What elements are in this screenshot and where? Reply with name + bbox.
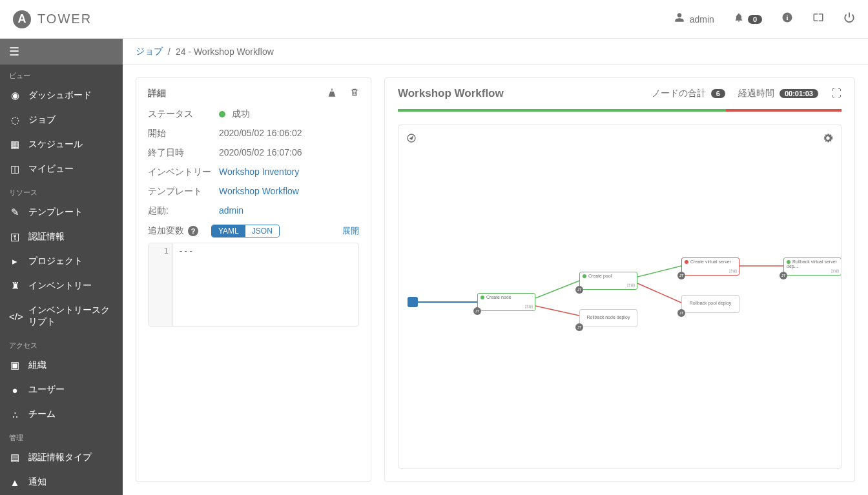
jt-badge: JT xyxy=(677,272,685,279)
admin-heading: 管理 xyxy=(0,427,123,445)
list-icon: ▤ xyxy=(9,452,21,463)
user-icon: ● xyxy=(9,385,21,396)
total-nodes-count: 6 xyxy=(711,89,725,98)
svg-line-7 xyxy=(637,283,681,303)
info-icon[interactable]: i xyxy=(781,12,793,26)
workflow-title: Workshop Workflow xyxy=(398,87,504,100)
svg-text:i: i xyxy=(787,14,789,21)
panel-icon: ◫ xyxy=(9,163,21,175)
workflow-node-create-vs[interactable]: Create virtual server 詳細 xyxy=(681,258,739,276)
svg-line-4 xyxy=(535,281,579,298)
end-value: 2020/05/02 16:07:06 xyxy=(219,147,359,159)
template-label: テンプレート xyxy=(148,186,219,197)
sidebar-item-inventory-scripts[interactable]: </>インベントリースクリプト xyxy=(0,298,123,334)
status-value: 成功 xyxy=(219,108,359,120)
help-icon[interactable]: ? xyxy=(188,226,198,236)
sidebar-item-users[interactable]: ●ユーザー xyxy=(0,378,123,402)
sidebar-item-projects[interactable]: ▸プロジェクト xyxy=(0,249,123,274)
json-toggle[interactable]: JSON xyxy=(245,225,279,237)
sidebar-item-credentials[interactable]: ⚿認証情報 xyxy=(0,225,123,249)
launched-label: 起動: xyxy=(148,205,219,217)
end-label: 終了日時 xyxy=(148,147,219,159)
status-dot-icon xyxy=(219,111,225,117)
workflow-node-rollback-node[interactable]: Rollback node deploy xyxy=(579,309,637,327)
sidebar-item-templates[interactable]: ✎テンプレート xyxy=(0,200,123,225)
inventory-link[interactable]: Workshop Inventory xyxy=(219,167,359,178)
sidebar-item-dashboard[interactable]: ◉ダッシュボード xyxy=(0,83,123,108)
sidebar-item-notifications[interactable]: ▲通知 xyxy=(0,470,123,494)
yaml-toggle[interactable]: YAML xyxy=(212,225,245,237)
breadcrumb-jobs-link[interactable]: ジョブ xyxy=(136,46,163,57)
bell-icon xyxy=(734,12,744,26)
details-panel: 詳細 ステータス 成功 xyxy=(136,77,371,482)
compass-icon[interactable] xyxy=(406,133,417,145)
status-label: ステータス xyxy=(148,108,219,120)
gear-icon[interactable] xyxy=(823,133,833,145)
user-icon xyxy=(674,12,685,26)
view-heading: ビュー xyxy=(0,65,123,83)
svg-line-6 xyxy=(637,266,681,277)
code-editor[interactable]: 1 --- xyxy=(148,243,359,327)
workflow-node-rollback-vs[interactable]: Rollback virtual server dep... 詳細 xyxy=(783,258,842,276)
hamburger-menu[interactable]: ☰ xyxy=(0,39,123,65)
jt-badge: JT xyxy=(575,323,583,331)
sidebar-item-inventories[interactable]: ♜インベントリー xyxy=(0,274,123,298)
brand-logo: A TOWER xyxy=(13,10,92,28)
launched-link[interactable]: admin xyxy=(219,205,359,217)
bell-icon: ▲ xyxy=(9,477,21,488)
docs-icon[interactable] xyxy=(812,12,824,26)
code-content: --- xyxy=(173,243,198,326)
edit-icon: ✎ xyxy=(9,207,21,218)
workflow-start-node[interactable] xyxy=(408,297,418,307)
code-icon: </> xyxy=(9,311,21,322)
sidebar-item-organizations[interactable]: ▣組織 xyxy=(0,353,123,378)
svg-line-5 xyxy=(535,306,579,316)
workflow-node-rollback-pool[interactable]: Rollback pool deploy xyxy=(681,295,739,313)
start-label: 開始 xyxy=(148,128,219,139)
access-heading: アクセス xyxy=(0,334,123,353)
breadcrumb-current: 24 - Workshop Workflow xyxy=(176,46,274,57)
user-menu[interactable]: admin xyxy=(674,12,714,26)
sidebar-item-jobs[interactable]: ◌ジョブ xyxy=(0,108,123,132)
elapsed-label: 経過時間 xyxy=(738,88,774,99)
notifications-button[interactable]: 0 xyxy=(734,12,762,26)
dashboard-icon: ◉ xyxy=(9,90,21,101)
sidebar: ☰ ビュー ◉ダッシュボード ◌ジョブ ▦スケジュール ◫マイビュー リソース … xyxy=(0,39,123,495)
resource-heading: リソース xyxy=(0,181,123,200)
line-number: 1 xyxy=(149,243,173,326)
workflow-panel: Workshop Workflow ノードの合計 6 経過時間 00:01:03… xyxy=(384,77,855,482)
key-icon: ⚿ xyxy=(9,232,21,243)
fullscreen-icon[interactable]: ⛶ xyxy=(831,88,842,99)
elapsed-value: 00:01:03 xyxy=(780,89,818,98)
jt-badge: JT xyxy=(473,307,481,315)
calendar-icon: ▦ xyxy=(9,139,21,150)
logout-icon[interactable] xyxy=(843,12,855,26)
sidebar-item-teams[interactable]: ⛬チーム xyxy=(0,402,123,427)
users-icon: ⛬ xyxy=(9,409,21,420)
folder-icon: ▸ xyxy=(9,256,21,267)
template-link[interactable]: Workshop Workflow xyxy=(219,186,359,197)
extra-vars-label: 追加変数 xyxy=(148,225,184,237)
workflow-node-create-node[interactable]: Create node 詳細 xyxy=(477,293,535,311)
expand-link[interactable]: 展開 xyxy=(342,225,359,237)
logo-icon: A xyxy=(13,10,31,28)
sitemap-icon: ♜ xyxy=(9,280,21,292)
sidebar-item-schedules[interactable]: ▦スケジュール xyxy=(0,132,123,157)
notification-count: 0 xyxy=(748,15,762,24)
relaunch-icon[interactable] xyxy=(327,87,337,99)
details-title: 詳細 xyxy=(148,88,166,99)
inventory-label: インベントリー xyxy=(148,167,219,178)
jt-badge: JT xyxy=(575,286,583,294)
workflow-canvas[interactable]: Create node 詳細 JT Create pool 詳細 JT Roll… xyxy=(398,125,842,469)
brand-text: TOWER xyxy=(37,12,92,26)
sidebar-item-credential-types[interactable]: ▤認証情報タイプ xyxy=(0,445,123,470)
format-toggle: YAML JSON xyxy=(211,225,280,237)
start-value: 2020/05/02 16:06:02 xyxy=(219,128,359,139)
delete-icon[interactable] xyxy=(350,87,359,99)
jobs-icon: ◌ xyxy=(9,114,21,126)
breadcrumb: ジョブ / 24 - Workshop Workflow xyxy=(123,39,868,65)
jt-badge: JT xyxy=(677,309,685,317)
workflow-node-create-pool[interactable]: Create pool 詳細 xyxy=(579,272,637,290)
username: admin xyxy=(690,14,714,25)
sidebar-item-myview[interactable]: ◫マイビュー xyxy=(0,157,123,181)
